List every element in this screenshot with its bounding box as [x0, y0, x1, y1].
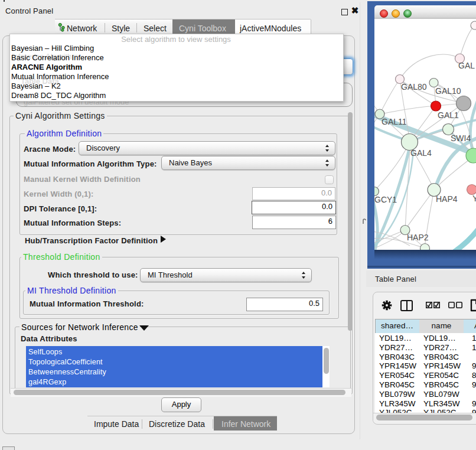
svg-text:GAL: GAL — [458, 61, 475, 70]
svg-text:GCY1: GCY1 — [374, 195, 397, 204]
svg-text:HAP2: HAP2 — [407, 233, 429, 242]
svg-text:Y: Y — [472, 194, 476, 203]
svg-text:GAL80: GAL80 — [401, 82, 427, 92]
svg-text:GAL11: GAL11 — [382, 117, 407, 126]
svg-text:HAP4: HAP4 — [436, 194, 458, 204]
svg-text:GAL1: GAL1 — [438, 110, 459, 120]
svg-text:SWI4: SWI4 — [451, 133, 471, 143]
svg-text:GAL10: GAL10 — [435, 86, 461, 96]
svg-text:GAL4: GAL4 — [410, 148, 432, 158]
